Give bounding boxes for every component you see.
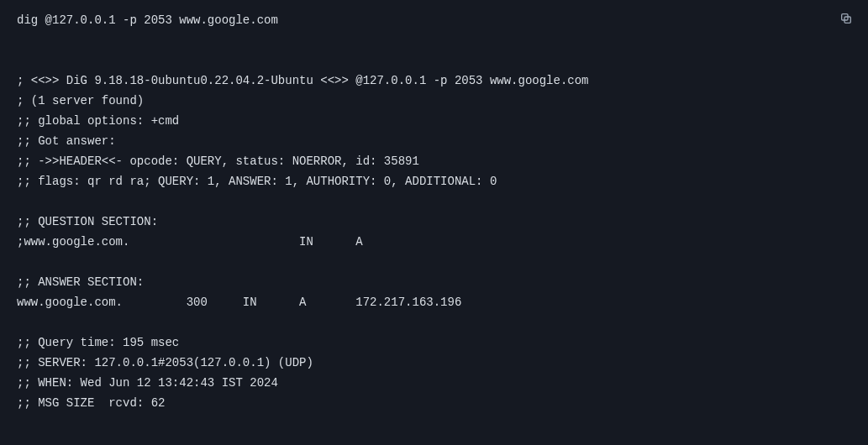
blank-line	[17, 30, 851, 50]
global-options-line: ;; global options: +cmd	[17, 111, 851, 131]
blank-line	[17, 50, 851, 71]
question-row: ;www.google.com. IN A	[17, 232, 851, 252]
copy-icon	[839, 12, 853, 25]
copy-button[interactable]	[834, 7, 858, 30]
dig-version-line: ; <<>> DiG 9.18.18-0ubuntu0.22.04.2-Ubun…	[17, 71, 851, 91]
server-line: ;; SERVER: 127.0.0.1#2053(127.0.0.1) (UD…	[17, 353, 851, 373]
when-line: ;; WHEN: Wed Jun 12 13:42:43 IST 2024	[17, 373, 851, 393]
blank-line	[17, 191, 851, 212]
flags-line: ;; flags: qr rd ra; QUERY: 1, ANSWER: 1,…	[17, 171, 851, 191]
answer-section-header: ;; ANSWER SECTION:	[17, 272, 851, 292]
servers-found-line: ; (1 server found)	[17, 91, 851, 111]
got-answer-line: ;; Got answer:	[17, 131, 851, 151]
answer-row: www.google.com. 300 IN A 172.217.163.196	[17, 292, 851, 312]
command-line: dig @127.0.0.1 -p 2053 www.google.com	[17, 10, 851, 30]
terminal-output-panel: dig @127.0.0.1 -p 2053 www.google.com ; …	[0, 0, 868, 445]
question-section-header: ;; QUESTION SECTION:	[17, 212, 851, 232]
header-line: ;; ->>HEADER<<- opcode: QUERY, status: N…	[17, 151, 851, 171]
msg-size-line: ;; MSG SIZE rcvd: 62	[17, 393, 851, 413]
blank-line	[17, 312, 851, 332]
blank-line	[17, 252, 851, 272]
query-time-line: ;; Query time: 195 msec	[17, 332, 851, 353]
